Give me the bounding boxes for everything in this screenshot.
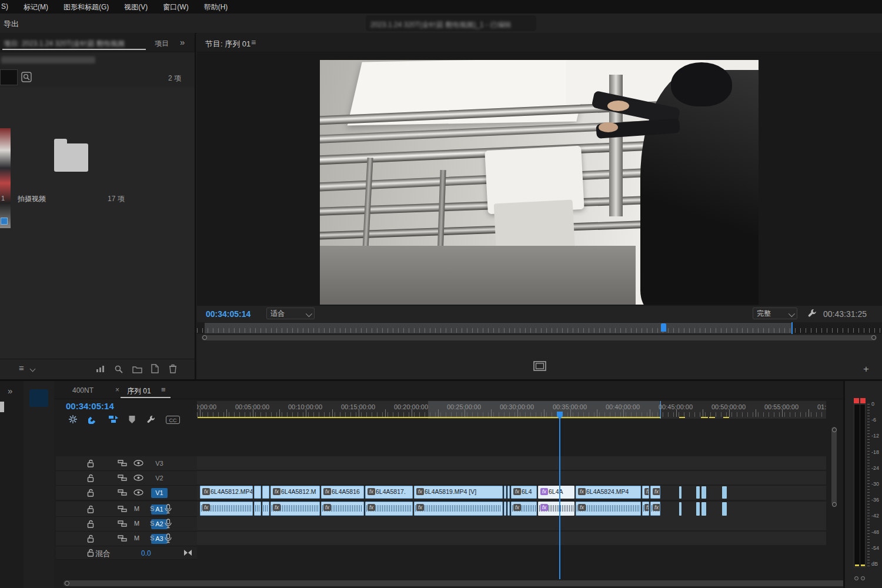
source-patch-icon[interactable] <box>118 505 127 513</box>
lock-icon[interactable] <box>87 459 94 467</box>
mute-button[interactable]: M <box>134 505 139 512</box>
mute-button[interactable]: M <box>134 534 139 542</box>
program-playhead[interactable] <box>661 323 666 332</box>
program-panel-menu-icon[interactable]: ≡ <box>251 38 256 47</box>
panel-overflow-icon[interactable]: » <box>8 386 12 396</box>
lock-icon[interactable] <box>87 489 94 497</box>
search-icon[interactable] <box>21 72 32 82</box>
solo-button[interactable]: S <box>150 505 154 512</box>
audio-clip[interactable] <box>254 502 261 516</box>
source-patch-icon[interactable] <box>118 489 127 496</box>
meter-option-left[interactable] <box>854 576 858 580</box>
track-content-v2[interactable] <box>197 471 826 485</box>
video-clip-sliver[interactable] <box>722 486 727 499</box>
audio-clip-sliver[interactable] <box>701 502 706 516</box>
toggle-track-output-eye-icon[interactable] <box>133 489 143 496</box>
v-scrollbar-handle-top[interactable] <box>832 427 837 432</box>
clip-indicator-right[interactable] <box>860 398 866 403</box>
tab-400nt[interactable]: 400NT <box>72 386 93 395</box>
captions-cc-icon[interactable]: CC <box>166 416 180 424</box>
track-content-a3[interactable] <box>197 532 826 545</box>
zoom-level-select[interactable]: 适合 <box>266 308 315 319</box>
video-clip[interactable]: fx 6L4A5812.MP4 [ <box>200 486 253 499</box>
folder-label[interactable]: 拍摄视频 <box>18 194 46 204</box>
mix-volume-value[interactable]: 0.0 <box>141 549 151 557</box>
list-view-icon[interactable]: ≡ <box>19 363 24 373</box>
audio-clip[interactable] <box>507 502 510 516</box>
source-patch-icon[interactable] <box>118 520 127 527</box>
voiceover-mic-icon[interactable] <box>165 533 172 543</box>
lock-icon[interactable] <box>87 505 94 513</box>
menu-item[interactable]: 标记(M) <box>24 2 48 12</box>
video-clip[interactable]: fx 6L4A <box>538 486 574 499</box>
audio-clip[interactable]: fx <box>511 502 537 516</box>
button-editor-plus-icon[interactable]: + <box>863 363 869 375</box>
sequence-thumbnail[interactable] <box>0 128 11 228</box>
clip-indicator-left[interactable] <box>854 398 859 403</box>
video-clip[interactable] <box>504 486 506 499</box>
folder-icon[interactable] <box>54 143 88 172</box>
lock-icon[interactable] <box>87 474 94 482</box>
scrollbar-handle-left[interactable] <box>202 335 207 340</box>
source-patch-icon[interactable] <box>118 459 127 467</box>
menu-item[interactable]: 图形和标题(G) <box>64 2 109 12</box>
audio-clip[interactable]: fx <box>270 502 320 516</box>
video-clip[interactable]: fx 6L4A5824.MP4 <box>576 486 641 499</box>
new-bin-icon[interactable] <box>132 365 142 373</box>
track-content-a1[interactable]: fx fx fx fx <box>197 502 826 517</box>
linked-selection-icon[interactable] <box>108 415 119 424</box>
audio-clip-sliver[interactable] <box>722 502 727 516</box>
audio-clip[interactable]: fx <box>576 502 641 516</box>
audio-clip-sliver[interactable] <box>679 502 681 516</box>
video-clip-sliver[interactable] <box>696 486 700 499</box>
time-ruler[interactable]: 00:00:00:0000:05:00:0000:10:00:0000:15:0… <box>197 401 826 419</box>
track-content-v3[interactable] <box>197 456 826 470</box>
audio-clip[interactable] <box>504 502 506 516</box>
scrollbar-handle-right[interactable] <box>871 335 876 340</box>
tab-sequence-01[interactable]: 序列 01 <box>127 386 151 396</box>
audio-clip[interactable]: fx <box>538 502 574 516</box>
v-scrollbar-handle-bottom[interactable] <box>832 502 837 507</box>
audio-clip[interactable]: fx <box>650 502 660 516</box>
list-view-caret-icon[interactable] <box>30 366 36 372</box>
timeline-vertical-scrollbar[interactable] <box>831 427 837 505</box>
video-clip[interactable]: fx 6L4A5816 <box>321 486 364 499</box>
audio-clip[interactable]: fx <box>365 502 413 516</box>
solo-button[interactable]: S <box>150 534 154 542</box>
video-clip[interactable]: fx 6L4 <box>511 486 537 499</box>
video-clip[interactable] <box>507 486 510 499</box>
keyframe-bowtie-icon[interactable] <box>183 549 192 556</box>
timeline-playhead-line[interactable] <box>559 419 560 579</box>
audio-clip-sliver[interactable] <box>696 502 700 516</box>
snap-magnet-icon[interactable] <box>88 415 98 424</box>
source-patch-icon[interactable] <box>118 474 127 482</box>
workspace-tab-export[interactable]: 导出 <box>4 19 19 29</box>
tab-close-icon[interactable]: × <box>115 386 119 394</box>
source-patch-icon[interactable] <box>118 534 127 542</box>
track-label-v1[interactable]: V1 <box>151 488 168 498</box>
project-filter-box[interactable] <box>0 69 18 85</box>
menu-item[interactable]: 视图(V) <box>124 2 148 12</box>
timeline-horizontal-scrollbar[interactable] <box>64 580 856 586</box>
lock-icon[interactable] <box>87 549 94 557</box>
video-clip-sliver[interactable] <box>679 486 681 499</box>
track-content-v1[interactable]: fx 6L4A5812.MP4 [ fx 6L4A5812.M fx 6L4A5… <box>197 486 826 500</box>
audio-clip[interactable]: fx <box>414 502 503 516</box>
work-area-bar[interactable] <box>198 417 660 418</box>
menu-item[interactable]: S) <box>1 2 8 12</box>
voiceover-mic-icon[interactable] <box>165 519 172 529</box>
menu-item[interactable]: 窗口(W) <box>163 2 188 12</box>
audio-clip[interactable]: fx <box>200 502 253 516</box>
program-tab[interactable]: 节目: 序列 01 <box>205 39 250 49</box>
video-clip[interactable] <box>262 486 269 499</box>
mute-button[interactable]: M <box>134 520 139 527</box>
program-scrubber[interactable] <box>197 322 882 334</box>
video-clip[interactable]: fx 6L4A5819.MP4 [V] <box>414 486 503 499</box>
meter-option-right[interactable] <box>861 576 865 580</box>
timeline-settings-wrench-icon[interactable] <box>146 415 156 424</box>
settings-wrench-icon[interactable] <box>807 308 817 318</box>
h-scrollbar-handle-left[interactable] <box>65 581 69 586</box>
menu-item[interactable]: 帮助(H) <box>204 2 228 12</box>
video-clip[interactable]: fx 6L4A5812.M <box>270 486 320 499</box>
insert-overwrite-sequence-icon[interactable] <box>68 415 78 424</box>
